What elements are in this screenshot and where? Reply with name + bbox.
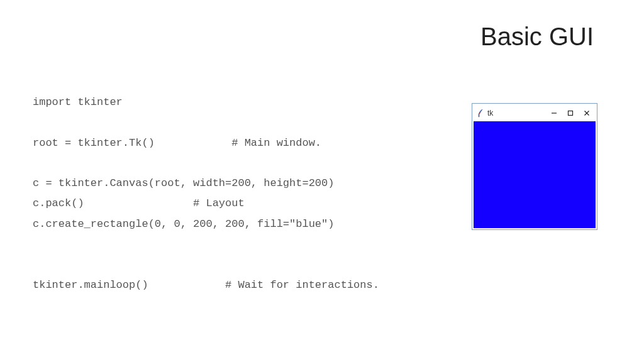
code-block: import tkinter root = tkinter.Tk() # Mai… bbox=[33, 92, 379, 295]
tk-canvas bbox=[474, 121, 596, 228]
close-button[interactable] bbox=[583, 109, 591, 117]
slide-title: Basic GUI bbox=[480, 23, 594, 51]
tk-window: tk bbox=[472, 103, 597, 230]
minimize-button[interactable] bbox=[550, 109, 558, 117]
svg-rect-1 bbox=[569, 111, 573, 116]
feather-icon bbox=[476, 108, 485, 118]
tk-titlebar: tk bbox=[474, 105, 596, 121]
maximize-button[interactable] bbox=[567, 109, 574, 117]
window-controls bbox=[550, 109, 593, 117]
tk-window-title: tk bbox=[487, 109, 493, 118]
